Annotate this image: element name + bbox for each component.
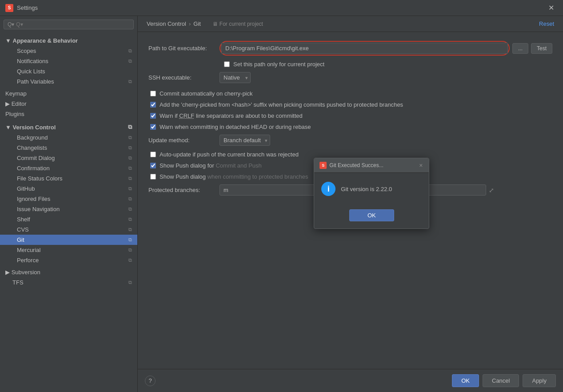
copy-icon: ⧉: [128, 227, 132, 232]
sidebar-item-cvs[interactable]: CVS ⧉: [0, 224, 137, 235]
modal-body: i Git version is 2.22.0: [314, 173, 429, 205]
sidebar-item-path-variables[interactable]: Path Variables ⧉: [0, 76, 137, 87]
for-current-project-label: 🖥 For current project: [212, 21, 263, 27]
sidebar-item-tfs[interactable]: TFS ⧉: [0, 277, 137, 288]
sidebar-item-editor[interactable]: ▶ Editor: [0, 99, 137, 109]
sidebar-item-confirmation[interactable]: Confirmation ⧉: [0, 163, 137, 173]
ok-button[interactable]: OK: [452, 374, 479, 387]
copy-icon: ⧉: [128, 135, 132, 140]
bottom-left: ?: [145, 376, 156, 386]
app-icon: S: [5, 4, 13, 12]
reset-button[interactable]: Reset: [539, 20, 554, 27]
sidebar-item-subversion[interactable]: ▶ Subversion: [0, 267, 137, 277]
search-input[interactable]: [16, 21, 130, 28]
sidebar-item-ignored-files[interactable]: Ignored Files ⧉: [0, 194, 137, 204]
close-button[interactable]: ✕: [545, 2, 558, 14]
modal-message: Git version is 2.22.0: [341, 186, 392, 192]
copy-icon: ⧉: [128, 280, 132, 285]
sidebar: Q▾ ▼ Appearance & Behavior Scopes ⧉ Noti…: [0, 16, 138, 392]
copy-icon: ⧉: [128, 79, 132, 84]
copy-icon: ⧉: [128, 124, 132, 131]
copy-icon: ⧉: [128, 257, 132, 263]
search-icon: Q▾: [8, 21, 14, 28]
modal-title-bar: S Git Executed Succes... ×: [314, 158, 429, 173]
sidebar-item-mercurial[interactable]: Mercurial ⧉: [0, 245, 137, 255]
sidebar-item-background[interactable]: Background ⧉: [0, 132, 137, 143]
modal-overlay: S Git Executed Succes... × i Git version…: [138, 32, 563, 369]
sidebar-group-appearance-behavior[interactable]: ▼ Appearance & Behavior: [0, 35, 137, 46]
copy-icon: ⧉: [128, 196, 132, 202]
monitor-icon: 🖥: [212, 21, 218, 27]
sidebar-item-perforce[interactable]: Perforce ⧉: [0, 255, 137, 265]
content-body: Path to Git executable: ... Test Set thi…: [138, 32, 563, 369]
sidebar-item-keymap[interactable]: Keymap: [0, 88, 137, 99]
appearance-behavior-section: ▼ Appearance & Behavior Scopes ⧉ Notific…: [0, 33, 137, 88]
modal-app-icon: S: [319, 162, 327, 169]
sidebar-item-issue-navigation[interactable]: Issue Navigation ⧉: [0, 204, 137, 214]
bottom-bar: ? OK Cancel Apply: [138, 369, 563, 392]
content-header: Version Control › Git 🖥 For current proj…: [138, 16, 563, 32]
version-control-section: ▼ Version Control ⧉ Background ⧉ Changel…: [0, 119, 137, 267]
copy-icon: ⧉: [128, 186, 132, 192]
sidebar-item-shelf[interactable]: Shelf ⧉: [0, 214, 137, 224]
expand-arrow: ▼: [5, 37, 11, 44]
content-panel: Version Control › Git 🖥 For current proj…: [138, 16, 563, 392]
copy-icon: ⧉: [128, 216, 132, 222]
git-success-modal: S Git Executed Succes... × i Git version…: [314, 158, 429, 229]
info-icon: i: [321, 182, 335, 196]
modal-title: Git Executed Succes...: [329, 162, 418, 168]
modal-footer: OK: [314, 205, 429, 228]
copy-icon: ⧉: [128, 48, 132, 54]
sidebar-item-git[interactable]: Git ⧉: [0, 235, 137, 245]
breadcrumb-current: Git: [193, 20, 201, 27]
modal-close-button[interactable]: ×: [418, 162, 423, 169]
sidebar-item-file-status-colors[interactable]: File Status Colors ⧉: [0, 173, 137, 184]
modal-ok-button[interactable]: OK: [349, 209, 394, 221]
sidebar-item-plugins[interactable]: Plugins: [0, 109, 137, 119]
breadcrumb-parent: Version Control: [147, 20, 186, 27]
copy-icon: ⧉: [128, 206, 132, 212]
sidebar-item-commit-dialog[interactable]: Commit Dialog ⧉: [0, 153, 137, 163]
group-label: Version Control: [13, 124, 56, 131]
window-title: Settings: [17, 4, 545, 11]
sidebar-item-quick-lists[interactable]: Quick Lists: [0, 66, 137, 76]
bottom-right: OK Cancel Apply: [452, 374, 556, 387]
sidebar-item-notifications[interactable]: Notifications ⧉: [0, 56, 137, 66]
copy-icon: ⧉: [128, 237, 132, 243]
main-layout: Q▾ ▼ Appearance & Behavior Scopes ⧉ Noti…: [0, 16, 563, 392]
cancel-button[interactable]: Cancel: [483, 374, 519, 387]
copy-icon: ⧉: [128, 176, 132, 181]
apply-button[interactable]: Apply: [523, 374, 556, 387]
copy-icon: ⧉: [128, 58, 132, 64]
sidebar-item-changelists[interactable]: Changelists ⧉: [0, 143, 137, 153]
title-bar: S Settings ✕: [0, 0, 563, 16]
search-box[interactable]: Q▾: [4, 20, 134, 29]
sidebar-item-github[interactable]: GitHub ⧉: [0, 184, 137, 194]
copy-icon: ⧉: [128, 165, 132, 171]
copy-icon: ⧉: [128, 145, 132, 151]
copy-icon: ⧉: [128, 155, 132, 161]
sidebar-group-version-control[interactable]: ▼ Version Control ⧉: [0, 121, 137, 132]
help-button[interactable]: ?: [145, 376, 156, 386]
expand-arrow: ▼: [5, 124, 11, 131]
copy-icon: ⧉: [128, 247, 132, 253]
breadcrumb: Version Control › Git 🖥 For current proj…: [147, 20, 263, 27]
group-label: Appearance & Behavior: [13, 37, 78, 44]
sidebar-item-scopes[interactable]: Scopes ⧉: [0, 46, 137, 56]
breadcrumb-separator: ›: [189, 20, 191, 27]
